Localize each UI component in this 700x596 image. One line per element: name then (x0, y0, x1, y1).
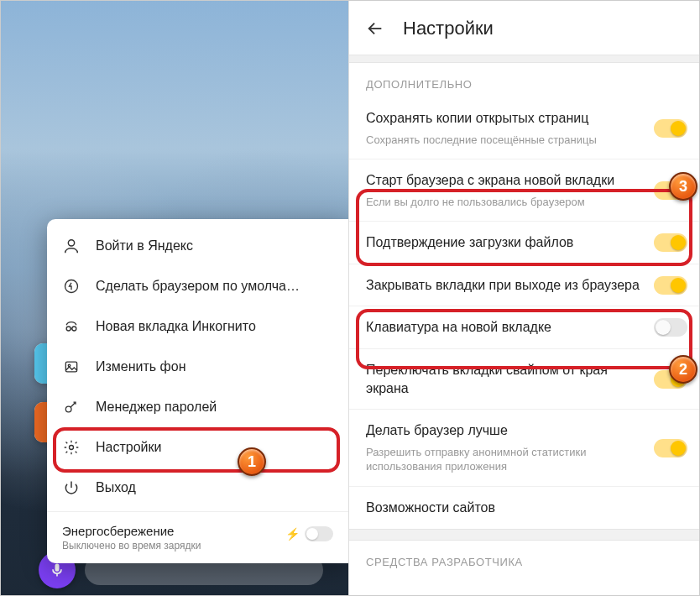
menu-default-browser[interactable]: Сделать браузером по умолча… (47, 266, 348, 306)
menu-label: Сделать браузером по умолча… (96, 279, 300, 294)
setting-title: Сохранять копии открытых страниц (366, 109, 640, 128)
setting-keyboard-newtab[interactable]: Клавиатура на новой вкладке (349, 306, 699, 348)
setting-confirm-download[interactable]: Подтверждение загрузки файлов (349, 221, 699, 264)
setting-start-newtab[interactable]: Старт браузера с экрана новой вкладки Ес… (349, 159, 699, 221)
setting-subtitle: Сохранять последние посещённые страницы (366, 133, 640, 148)
setting-title: Подтверждение загрузки файлов (366, 233, 640, 252)
mic-icon (49, 562, 65, 578)
separator (47, 511, 348, 512)
power-subtitle: Выключено во время зарядки (62, 540, 333, 552)
annotation-badge-2: 2 (669, 355, 697, 384)
annotation-badge-3: 3 (669, 172, 697, 201)
setting-site-capabilities[interactable]: Возможности сайтов (349, 486, 699, 529)
toggle-on[interactable] (654, 439, 687, 457)
setting-close-tabs[interactable]: Закрывать вкладки при выходе из браузера (349, 264, 699, 306)
section-title-dev: СРЕДСТВА РАЗРАБОТЧИКА (349, 541, 699, 585)
menu-label: Выход (96, 480, 136, 495)
menu-settings[interactable]: Настройки (47, 427, 348, 468)
menu-password-manager[interactable]: Менеджер паролей (47, 387, 348, 427)
toggle-off[interactable] (305, 526, 333, 541)
svg-rect-4 (65, 362, 76, 372)
menu-exit[interactable]: Выход (47, 468, 348, 508)
setting-subtitle: Если вы долго не пользовались браузером (366, 195, 640, 210)
menu-label: Войти в Яндекс (96, 238, 193, 254)
menu-change-bg[interactable]: Изменить фон (47, 347, 348, 387)
toggle-off[interactable] (654, 318, 687, 337)
setting-title: Возможности сайтов (366, 499, 640, 517)
setting-title: Делать браузер лучше (366, 421, 640, 440)
setting-title: Закрывать вкладки при выходе из браузера (366, 276, 640, 295)
setting-title: Переключать вкладки свайпом от края экра… (366, 361, 640, 397)
toggle-on[interactable] (654, 119, 687, 138)
incognito-icon (62, 317, 81, 336)
menu-label: Менеджер паролей (96, 400, 217, 415)
menu-label: Новая вкладка Инкогнито (96, 319, 256, 334)
power-toggle[interactable]: ⚡ (285, 526, 333, 541)
back-button[interactable] (366, 19, 384, 38)
power-icon (62, 478, 81, 497)
yandex-icon (62, 277, 81, 295)
left-screenshot: Войти в Яндекс Сделать браузером по умол… (1, 1, 349, 595)
right-screenshot: Настройки ДОПОЛНИТЕЛЬНО Сохранять копии … (349, 1, 699, 595)
section-title-extra: ДОПОЛНИТЕЛЬНО (349, 63, 699, 97)
svg-point-2 (66, 327, 71, 331)
setting-save-copies[interactable]: Сохранять копии открытых страниц Сохраня… (349, 97, 699, 159)
bolt-icon: ⚡ (285, 527, 300, 541)
user-icon (62, 237, 81, 255)
menu-incognito[interactable]: Новая вкладка Инкогнито (47, 306, 348, 347)
settings-header: Настройки (349, 1, 699, 55)
section-divider (349, 55, 699, 63)
setting-improve-browser[interactable]: Делать браузер лучше Разрешить отправку … (349, 409, 699, 486)
power-saving-row[interactable]: Энергосбережение Выключено во время заря… (47, 515, 348, 563)
image-icon (62, 358, 81, 376)
annotation-badge-1: 1 (238, 447, 266, 476)
setting-title: Клавиатура на новой вкладке (366, 318, 640, 337)
setting-swipe-tabs[interactable]: Переключать вкладки свайпом от края экра… (349, 348, 699, 409)
toggle-on[interactable] (654, 276, 687, 295)
svg-point-7 (70, 446, 74, 450)
menu-label: Настройки (96, 440, 161, 455)
browser-menu: Войти в Яндекс Сделать браузером по умол… (47, 219, 348, 563)
setting-subtitle: Разрешить отправку анонимной статистики … (366, 445, 640, 474)
section-divider (349, 529, 699, 541)
settings-title: Настройки (403, 18, 494, 39)
menu-label: Изменить фон (96, 359, 186, 374)
menu-login[interactable]: Войти в Яндекс (47, 226, 348, 266)
setting-title: Старт браузера с экрана новой вкладки (366, 171, 640, 190)
svg-point-0 (68, 240, 74, 246)
gear-icon (62, 438, 81, 457)
toggle-on[interactable] (654, 233, 687, 252)
svg-point-3 (72, 327, 76, 331)
key-icon (62, 398, 81, 416)
svg-point-6 (65, 406, 71, 412)
